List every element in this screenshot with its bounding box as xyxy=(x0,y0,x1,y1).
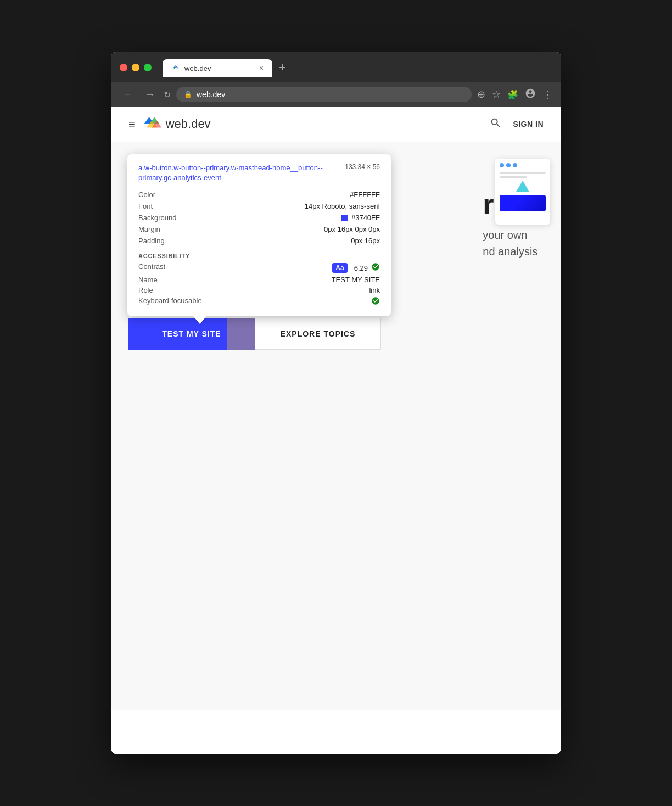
bookmark-icon[interactable]: ☆ xyxy=(492,88,501,100)
lock-icon: 🔒 xyxy=(184,91,192,98)
hamburger-menu[interactable]: ≡ xyxy=(128,118,135,131)
site-name: web.dev xyxy=(166,117,211,131)
font-label: Font xyxy=(138,202,298,210)
sign-in-button[interactable]: SIGN IN xyxy=(513,120,544,128)
role-value: link xyxy=(332,286,380,294)
font-value: 14px Roboto, sans-serif xyxy=(305,202,380,210)
margin-value: 0px 16px 0px 0px xyxy=(305,225,380,233)
extensions-icon[interactable]: 🧩 xyxy=(507,89,518,100)
preview-line-2 xyxy=(500,176,527,178)
preview-dots xyxy=(500,163,546,167)
url-text: web.dev xyxy=(197,90,225,99)
contrast-value: Aa 6.29 xyxy=(332,262,380,273)
site-logo[interactable]: web.dev xyxy=(144,115,211,133)
toolbar-actions: ⊕ ☆ 🧩 ⋮ xyxy=(477,88,552,102)
header-left: ≡ web.dev xyxy=(128,115,211,133)
name-value: TEST MY SITE xyxy=(332,276,380,284)
explore-topics-button[interactable]: EXPLORE TOPICS xyxy=(255,318,381,350)
contrast-badge: Aa xyxy=(332,263,347,273)
back-button[interactable]: ← xyxy=(120,88,136,102)
tab-favicon xyxy=(171,64,180,72)
header-right: SIGN IN xyxy=(490,117,544,132)
window-controls: web.dev × + xyxy=(120,58,552,77)
active-tab[interactable]: web.dev × xyxy=(163,59,272,77)
divider-line xyxy=(195,256,380,256)
accessibility-rows: Contrast Aa 6.29 Name TEST MY SITE Role … xyxy=(138,262,380,305)
tab-close-button[interactable]: × xyxy=(259,64,264,72)
margin-label: Margin xyxy=(138,225,298,233)
preview-dot-3 xyxy=(513,163,517,167)
contrast-check-icon xyxy=(371,262,380,273)
preview-card xyxy=(495,159,550,225)
account-icon[interactable] xyxy=(525,88,536,102)
keyboard-label: Keyboard-focusable xyxy=(138,296,325,305)
tab-title-text: web.dev xyxy=(184,64,255,72)
background-label: Background xyxy=(138,214,298,222)
tooltip-header: a.w-button.w-button--primary.w-masthead-… xyxy=(138,163,380,183)
preview-dot-2 xyxy=(506,163,511,167)
padding-label: Padding xyxy=(138,237,298,245)
role-label: Role xyxy=(138,286,325,294)
color-value: #FFFFFF xyxy=(305,191,380,199)
svg-point-0 xyxy=(171,64,180,72)
preview-dot-1 xyxy=(500,163,504,167)
menu-icon[interactable]: ⋮ xyxy=(542,88,552,100)
tooltip-dimensions: 133.34 × 56 xyxy=(345,163,380,171)
page-content: ≡ web.dev SIGN IN xyxy=(111,107,561,710)
hero-buttons: TEST MY SITE EXPLORE TOPICS xyxy=(128,318,544,350)
preview-wave xyxy=(500,195,546,211)
padding-value: 0px 16px xyxy=(305,237,380,245)
keyboard-check xyxy=(332,296,380,305)
background-value: #3740FF xyxy=(305,214,380,222)
preview-triangle xyxy=(516,181,529,192)
browser-window: web.dev × + ← → ↻ 🔒 web.dev ⊕ ☆ 🧩 ⋮ xyxy=(111,52,561,754)
address-bar[interactable]: 🔒 web.dev xyxy=(176,87,472,102)
close-button[interactable] xyxy=(120,64,127,71)
browser-titlebar: web.dev × + xyxy=(111,52,561,82)
accessibility-label: ACCESSIBILITY xyxy=(138,253,190,259)
color-label: Color xyxy=(138,191,298,199)
preview-line-1 xyxy=(500,172,546,174)
tooltip-selector: a.w-button.w-button--primary.w-masthead-… xyxy=(138,163,325,183)
minimize-button[interactable] xyxy=(132,64,139,71)
tooltip-properties: Color #FFFFFF Font 14px Roboto, sans-ser… xyxy=(138,191,380,245)
devtools-tooltip: a.w-button.w-button--primary.w-masthead-… xyxy=(127,154,391,316)
contrast-label: Contrast xyxy=(138,262,325,273)
color-swatch-white xyxy=(340,192,346,198)
zoom-icon[interactable]: ⊕ xyxy=(477,88,485,100)
browser-toolbar: ← → ↻ 🔒 web.dev ⊕ ☆ 🧩 ⋮ xyxy=(111,82,561,107)
tooltip-arrow xyxy=(193,316,206,324)
forward-button[interactable]: → xyxy=(142,88,158,102)
logo-svg xyxy=(144,115,161,133)
search-button[interactable] xyxy=(490,117,502,132)
hero-area: a.w-button.w-button--primary.w-masthead-… xyxy=(111,142,561,361)
name-label: Name xyxy=(138,276,325,284)
new-tab-button[interactable]: + xyxy=(273,58,292,77)
tab-bar: web.dev × + xyxy=(163,58,292,77)
site-header: ≡ web.dev SIGN IN xyxy=(111,107,561,142)
accessibility-divider: ACCESSIBILITY xyxy=(138,253,380,259)
maximize-button[interactable] xyxy=(144,64,152,71)
reload-button[interactable]: ↻ xyxy=(164,89,171,100)
background-swatch xyxy=(341,215,348,221)
test-my-site-button[interactable]: TEST MY SITE xyxy=(128,318,255,350)
